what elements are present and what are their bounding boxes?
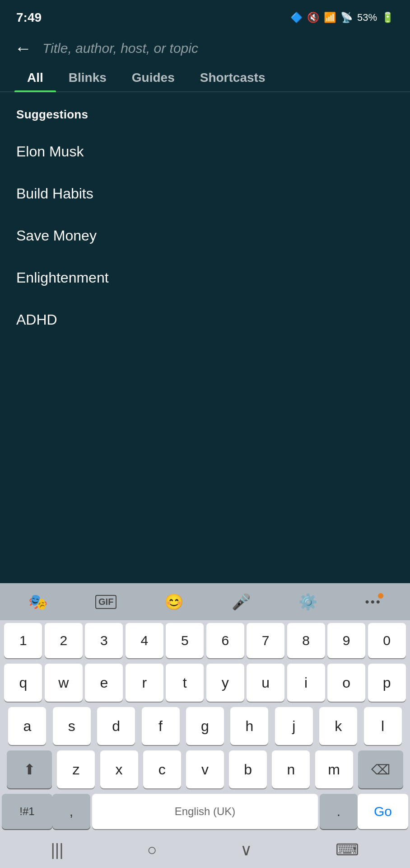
- key-n[interactable]: n: [272, 750, 310, 788]
- key-k[interactable]: k: [319, 707, 357, 745]
- key-x[interactable]: x: [100, 750, 138, 788]
- key-i[interactable]: i: [287, 664, 325, 702]
- tab-guides[interactable]: Guides: [119, 66, 187, 91]
- tab-blinks[interactable]: Blinks: [56, 66, 119, 91]
- key-row-2: a s d f g h j k l: [0, 704, 410, 748]
- key-h[interactable]: h: [230, 707, 268, 745]
- back-button[interactable]: ←: [14, 40, 32, 57]
- nav-keyboard-icon: ⌨: [335, 840, 359, 859]
- wifi-icon: 📶: [324, 12, 336, 24]
- search-input[interactable]: Title, author, host, or topic: [42, 41, 396, 56]
- key-z[interactable]: z: [57, 750, 95, 788]
- emoji-button[interactable]: 😊: [161, 589, 187, 614]
- key-6[interactable]: 6: [206, 623, 244, 658]
- key-l[interactable]: l: [364, 707, 402, 745]
- key-c[interactable]: c: [143, 750, 181, 788]
- suggestion-enlightenment[interactable]: Enlightenment: [16, 257, 394, 299]
- key-y[interactable]: y: [206, 664, 244, 702]
- suggestions-area: Suggestions Elon Musk Build Habits Save …: [0, 92, 410, 583]
- gear-icon: ⚙️: [298, 593, 317, 611]
- comma-key[interactable]: ,: [52, 794, 90, 829]
- battery-icon: 🔋: [382, 12, 394, 24]
- signal-icon: 📡: [340, 12, 353, 24]
- key-q[interactable]: q: [4, 664, 42, 702]
- nav-recent-icon: ∨: [240, 840, 252, 859]
- period-key[interactable]: .: [320, 794, 358, 829]
- symbols-button[interactable]: !#1: [2, 794, 52, 829]
- bottom-row: !#1 , English (UK) . Go: [0, 791, 410, 832]
- tab-all[interactable]: All: [14, 66, 56, 91]
- key-g[interactable]: g: [186, 707, 224, 745]
- go-button[interactable]: Go: [358, 794, 408, 829]
- suggestion-build-habits[interactable]: Build Habits: [16, 173, 394, 215]
- key-p[interactable]: p: [368, 664, 406, 702]
- backspace-icon: ⌫: [371, 762, 390, 778]
- nav-home-icon: ○: [147, 840, 157, 859]
- key-v[interactable]: v: [186, 750, 224, 788]
- key-a[interactable]: a: [8, 707, 46, 745]
- key-b[interactable]: b: [229, 750, 267, 788]
- settings-button[interactable]: ⚙️: [295, 589, 321, 614]
- key-s[interactable]: s: [53, 707, 91, 745]
- shift-button[interactable]: ⬆: [7, 750, 52, 788]
- key-r[interactable]: r: [126, 664, 163, 702]
- key-1[interactable]: 1: [4, 623, 42, 658]
- battery-indicator: 53%: [357, 12, 377, 24]
- bottom-nav: ||| ○ ∨ ⌨: [0, 832, 410, 868]
- tabs-bar: All Blinks Guides Shortcasts: [0, 66, 410, 92]
- key-w[interactable]: w: [45, 664, 83, 702]
- mic-button[interactable]: 🎤: [228, 589, 254, 614]
- mic-icon: 🎤: [232, 593, 251, 611]
- suggestion-elon-musk[interactable]: Elon Musk: [16, 131, 394, 173]
- key-8[interactable]: 8: [287, 623, 325, 658]
- notification-dot: [378, 593, 383, 599]
- nav-back-icon: |||: [51, 840, 64, 859]
- key-3[interactable]: 3: [85, 623, 123, 658]
- shift-icon: ⬆: [23, 761, 36, 778]
- status-time: 7:49: [16, 10, 42, 25]
- mute-icon: 🔇: [307, 12, 319, 24]
- key-row-1: q w e r t y u i o p: [0, 661, 410, 704]
- key-2[interactable]: 2: [45, 623, 83, 658]
- more-button[interactable]: •••: [362, 591, 385, 613]
- nav-back-button[interactable]: |||: [37, 837, 77, 863]
- tab-shortcasts[interactable]: Shortcasts: [187, 66, 278, 91]
- backspace-button[interactable]: ⌫: [358, 750, 403, 788]
- suggestion-save-money[interactable]: Save Money: [16, 215, 394, 257]
- gif-button[interactable]: GIF: [92, 591, 120, 613]
- bluetooth-icon: 🔷: [290, 12, 303, 24]
- status-icons: 🔷 🔇 📶 📡 53% 🔋: [290, 12, 394, 24]
- keyboard-toolbar: 🎭 GIF 😊 🎤 ⚙️ •••: [0, 583, 410, 620]
- gif-icon: GIF: [95, 595, 116, 609]
- nav-keyboard-button[interactable]: ⌨: [322, 837, 373, 863]
- keyboard: 🎭 GIF 😊 🎤 ⚙️ ••• 1 2 3 4 5 6 7 8 9 0 q: [0, 583, 410, 868]
- key-0[interactable]: 0: [368, 623, 406, 658]
- sticker-icon: 🎭: [28, 593, 47, 611]
- key-t[interactable]: t: [166, 664, 204, 702]
- nav-recent-button[interactable]: ∨: [227, 837, 266, 863]
- search-bar: ← Title, author, host, or topic: [0, 33, 410, 66]
- key-9[interactable]: 9: [327, 623, 365, 658]
- status-bar: 7:49 🔷 🔇 📶 📡 53% 🔋: [0, 0, 410, 33]
- suggestions-label: Suggestions: [16, 92, 394, 131]
- key-f[interactable]: f: [142, 707, 180, 745]
- key-j[interactable]: j: [275, 707, 313, 745]
- emoji-icon: 😊: [164, 593, 183, 611]
- key-4[interactable]: 4: [126, 623, 163, 658]
- nav-home-button[interactable]: ○: [134, 837, 171, 863]
- number-row: 1 2 3 4 5 6 7 8 9 0: [0, 620, 410, 661]
- key-7[interactable]: 7: [247, 623, 284, 658]
- suggestion-adhd[interactable]: ADHD: [16, 299, 394, 341]
- key-row-3: ⬆ z x c v b n m ⌫: [0, 748, 410, 791]
- key-o[interactable]: o: [327, 664, 365, 702]
- key-5[interactable]: 5: [166, 623, 204, 658]
- key-u[interactable]: u: [247, 664, 284, 702]
- key-m[interactable]: m: [315, 750, 353, 788]
- key-d[interactable]: d: [97, 707, 135, 745]
- sticker-button[interactable]: 🎭: [25, 589, 51, 614]
- space-key[interactable]: English (UK): [92, 794, 318, 829]
- key-e[interactable]: e: [85, 664, 123, 702]
